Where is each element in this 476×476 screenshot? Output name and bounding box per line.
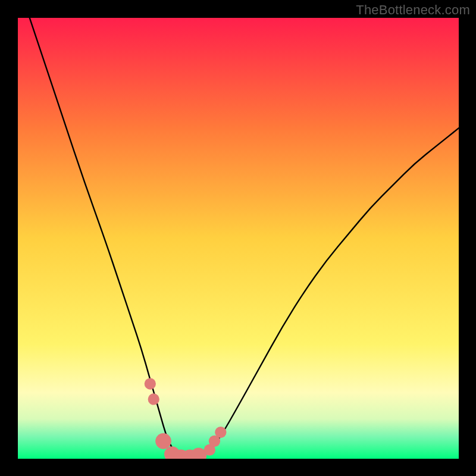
curve-marker <box>145 378 156 389</box>
watermark-text: TheBottleneck.com <box>356 2 470 18</box>
curve-marker <box>148 393 159 405</box>
curve-marker <box>215 427 226 438</box>
bottleneck-curve <box>18 18 459 459</box>
plot-area <box>18 18 459 459</box>
curve-marker <box>155 433 171 449</box>
chart-frame: TheBottleneck.com <box>0 0 476 476</box>
